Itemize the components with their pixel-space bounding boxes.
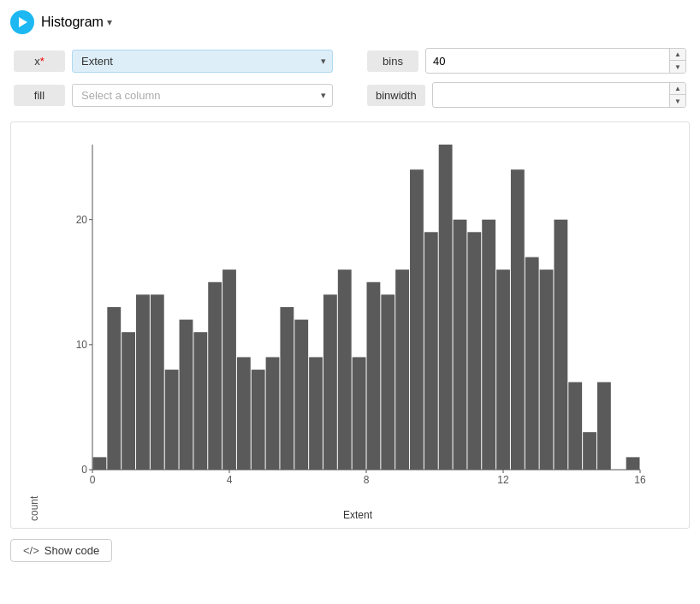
svg-rect-23: [424, 232, 438, 470]
chart-container: count 010200481216 Extent: [10, 121, 690, 529]
svg-rect-26: [467, 232, 481, 470]
y-axis-label: count: [25, 136, 40, 521]
svg-rect-25: [454, 220, 467, 470]
svg-rect-8: [208, 282, 222, 470]
bins-decrement-button[interactable]: ▼: [670, 61, 685, 73]
svg-rect-37: [626, 457, 640, 470]
binwidth-control-row: binwidth ▲ ▼: [367, 82, 686, 108]
fill-label: fill: [14, 85, 65, 106]
svg-rect-2: [122, 332, 135, 470]
bins-label: bins: [367, 50, 418, 72]
fill-select[interactable]: Select a column: [72, 84, 333, 107]
fill-control-row: fill Select a column ▾: [14, 82, 333, 108]
svg-rect-3: [136, 294, 150, 470]
svg-text:20: 20: [76, 214, 88, 226]
show-code-button[interactable]: </> Show code: [10, 539, 112, 562]
svg-rect-35: [597, 382, 611, 470]
svg-rect-32: [554, 220, 567, 470]
x-select[interactable]: Extent: [72, 50, 333, 73]
svg-rect-12: [266, 357, 280, 470]
svg-text:16: 16: [634, 474, 646, 486]
svg-rect-19: [367, 282, 381, 470]
chart-area: 010200481216 Extent: [40, 136, 675, 521]
run-button[interactable]: [10, 10, 34, 34]
svg-text:0: 0: [81, 464, 87, 476]
svg-rect-14: [294, 320, 308, 470]
svg-rect-34: [583, 432, 596, 470]
svg-text:12: 12: [497, 474, 509, 486]
svg-rect-20: [381, 294, 394, 470]
svg-rect-7: [193, 332, 207, 470]
svg-rect-4: [151, 294, 164, 470]
svg-rect-6: [180, 320, 193, 470]
svg-rect-21: [395, 269, 409, 470]
binwidth-input-wrapper: ▲ ▼: [432, 82, 686, 108]
page-header: Histogram ▾: [10, 10, 690, 34]
histogram-svg: 010200481216: [40, 136, 675, 507]
svg-rect-29: [511, 169, 525, 470]
chart-type-label: Histogram: [41, 15, 104, 30]
svg-text:4: 4: [227, 474, 233, 486]
svg-text:10: 10: [76, 339, 88, 351]
svg-rect-9: [222, 269, 236, 470]
x-label: x*: [14, 50, 65, 72]
svg-rect-18: [353, 357, 366, 470]
x-axis-label: Extent: [40, 509, 675, 521]
svg-rect-24: [439, 145, 453, 470]
svg-text:8: 8: [364, 474, 370, 486]
binwidth-decrement-button[interactable]: ▼: [670, 95, 685, 107]
controls-panel: x* Extent ▾ bins ▲ ▼ fill Select a colum…: [10, 48, 690, 108]
svg-rect-15: [309, 357, 323, 470]
svg-rect-31: [540, 269, 554, 470]
svg-rect-5: [165, 370, 179, 470]
svg-rect-22: [410, 169, 424, 470]
svg-rect-33: [568, 382, 582, 470]
binwidth-increment-button[interactable]: ▲: [670, 83, 685, 95]
bins-input-wrapper: ▲ ▼: [425, 48, 686, 74]
svg-rect-16: [323, 294, 337, 470]
svg-rect-1: [107, 307, 121, 470]
bins-input[interactable]: [426, 50, 669, 72]
chart-inner: count 010200481216 Extent: [25, 136, 675, 521]
svg-rect-28: [496, 269, 510, 470]
chart-type-dropdown[interactable]: Histogram ▾: [41, 15, 112, 30]
dropdown-caret-icon: ▾: [107, 16, 112, 28]
x-control-row: x* Extent ▾: [14, 48, 333, 74]
play-icon: [19, 17, 27, 27]
svg-text:0: 0: [90, 474, 96, 486]
show-code-label: Show code: [44, 544, 99, 557]
bins-increment-button[interactable]: ▲: [670, 49, 685, 61]
svg-rect-11: [252, 370, 265, 470]
binwidth-spinner: ▲ ▼: [669, 83, 685, 107]
svg-rect-0: [93, 457, 107, 470]
fill-select-wrapper: Select a column ▾: [72, 84, 333, 107]
svg-rect-13: [280, 307, 294, 470]
x-select-wrapper: Extent ▾: [72, 50, 333, 73]
bins-control-row: bins ▲ ▼: [367, 48, 686, 74]
svg-rect-30: [525, 258, 539, 470]
svg-rect-10: [237, 357, 251, 470]
svg-rect-17: [338, 269, 352, 470]
bins-spinner: ▲ ▼: [669, 49, 685, 73]
binwidth-input[interactable]: [433, 85, 669, 106]
svg-rect-27: [482, 220, 495, 470]
code-icon: </>: [23, 544, 39, 557]
binwidth-label: binwidth: [367, 85, 425, 106]
